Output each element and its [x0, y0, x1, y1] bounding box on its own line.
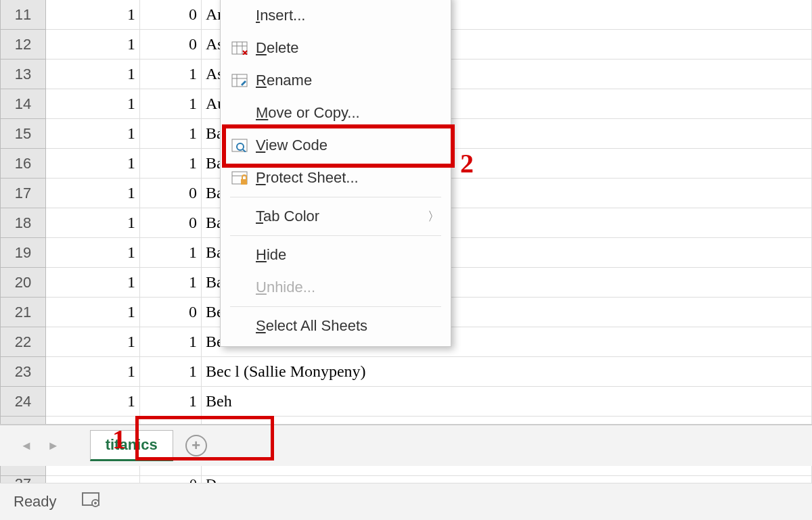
svg-rect-6 [232, 74, 247, 87]
cell[interactable]: Bec l (Sallie Monypeny) [202, 357, 812, 387]
cell[interactable]: 1 [140, 238, 202, 268]
menu-move-copy[interactable]: Move or Copy... [221, 97, 451, 129]
row-header[interactable]: 11 [0, 0, 46, 30]
row-header[interactable]: 16 [0, 149, 46, 179]
chevron-right-icon: 〉 [428, 208, 440, 224]
delete-icon [231, 41, 256, 55]
cell[interactable]: Beh [202, 387, 812, 417]
view-code-icon [231, 139, 256, 152]
macro-record-icon[interactable] [81, 492, 100, 512]
cell[interactable]: 0 [140, 0, 202, 30]
grid-row[interactable]: 2311Bec l (Sallie Monypeny) [0, 357, 812, 387]
menu-tabcolor-label: Tab Color [256, 208, 428, 225]
menu-view-code[interactable]: View Code [221, 129, 451, 162]
row-header[interactable]: 24 [0, 387, 46, 417]
menu-unhide: Unhide... [221, 271, 451, 304]
cell[interactable]: 1 [46, 119, 140, 149]
menu-select-all[interactable]: Select All Sheets [221, 310, 451, 342]
menu-rename[interactable]: Rename [221, 64, 451, 97]
svg-rect-14 [241, 179, 247, 185]
rename-icon [231, 74, 256, 87]
new-sheet-button[interactable]: + [185, 435, 207, 456]
cell[interactable]: 1 [140, 89, 202, 119]
menu-hide[interactable]: Hide [221, 239, 451, 271]
sheet-tab-titanics[interactable]: titanics [90, 430, 173, 461]
menu-separator [230, 235, 441, 236]
cell[interactable]: 1 [46, 357, 140, 387]
cell[interactable]: 1 [140, 357, 202, 387]
cell[interactable]: 1 [46, 89, 140, 119]
menu-view-code-label: View Code [256, 137, 440, 154]
status-bar: Ready [0, 483, 812, 520]
row-header[interactable]: 21 [0, 298, 46, 327]
menu-protect-label: Protect Sheet... [256, 169, 440, 187]
cell[interactable]: 1 [46, 298, 140, 327]
tab-nav: ◄ ► [20, 439, 60, 453]
status-ready: Ready [14, 493, 57, 511]
menu-separator [230, 197, 441, 197]
cell[interactable]: 0 [140, 30, 202, 60]
cell[interactable]: 0 [140, 179, 202, 208]
svg-point-10 [237, 143, 244, 150]
row-header[interactable]: 18 [0, 208, 46, 238]
cell[interactable]: 1 [46, 327, 140, 357]
row-header[interactable]: 15 [0, 119, 46, 149]
cell[interactable]: 1 [46, 238, 140, 268]
menu-delete[interactable]: Delete [221, 32, 451, 64]
menu-hide-label: Hide [256, 246, 440, 264]
row-header[interactable]: 22 [0, 327, 46, 357]
row-header[interactable]: 17 [0, 179, 46, 208]
cell[interactable]: 1 [140, 60, 202, 89]
svg-point-17 [94, 502, 97, 504]
protect-icon [231, 171, 256, 185]
menu-delete-label: Delete [256, 39, 440, 57]
menu-separator [230, 306, 441, 307]
row-header[interactable]: 23 [0, 357, 46, 387]
menu-move-label: Move or Copy... [256, 104, 440, 122]
menu-protect[interactable]: Protect Sheet... [221, 162, 451, 194]
cell[interactable]: 1 [46, 60, 140, 89]
cell[interactable]: 1 [46, 268, 140, 298]
row-header[interactable]: 20 [0, 268, 46, 298]
grid-row[interactable]: 2411Beh [0, 387, 812, 417]
cell[interactable]: 1 [46, 208, 140, 238]
annotation-number-2: 2 [460, 147, 474, 179]
cell[interactable]: 0 [140, 298, 202, 327]
cell[interactable]: 0 [140, 208, 202, 238]
annotation-number-1: 1 [112, 423, 126, 455]
menu-unhide-label: Unhide... [256, 279, 440, 296]
sheet-context-menu: Insert... Delete Rename Move or Copy... … [220, 0, 451, 347]
cell[interactable]: 1 [140, 149, 202, 179]
row-header[interactable]: 14 [0, 89, 46, 119]
cell[interactable]: 1 [46, 179, 140, 208]
row-header[interactable]: 19 [0, 238, 46, 268]
menu-rename-label: Rename [256, 72, 440, 89]
menu-insert-label: Insert... [256, 7, 440, 24]
cell[interactable]: 1 [140, 268, 202, 298]
menu-insert[interactable]: Insert... [221, 0, 451, 32]
menu-tab-color[interactable]: Tab Color 〉 [221, 200, 451, 233]
tab-next-icon[interactable]: ► [47, 439, 60, 453]
cell[interactable]: 1 [140, 119, 202, 149]
cell[interactable]: 1 [140, 387, 202, 417]
row-header[interactable]: 12 [0, 30, 46, 60]
cell[interactable]: 1 [46, 387, 140, 417]
tab-prev-icon[interactable]: ◄ [20, 439, 32, 453]
row-header[interactable]: 13 [0, 60, 46, 89]
cell[interactable]: 1 [46, 30, 140, 60]
cell[interactable]: 1 [140, 327, 202, 357]
menu-selectall-label: Select All Sheets [256, 317, 440, 335]
cell[interactable]: 1 [46, 149, 140, 179]
cell[interactable]: 1 [46, 0, 140, 30]
